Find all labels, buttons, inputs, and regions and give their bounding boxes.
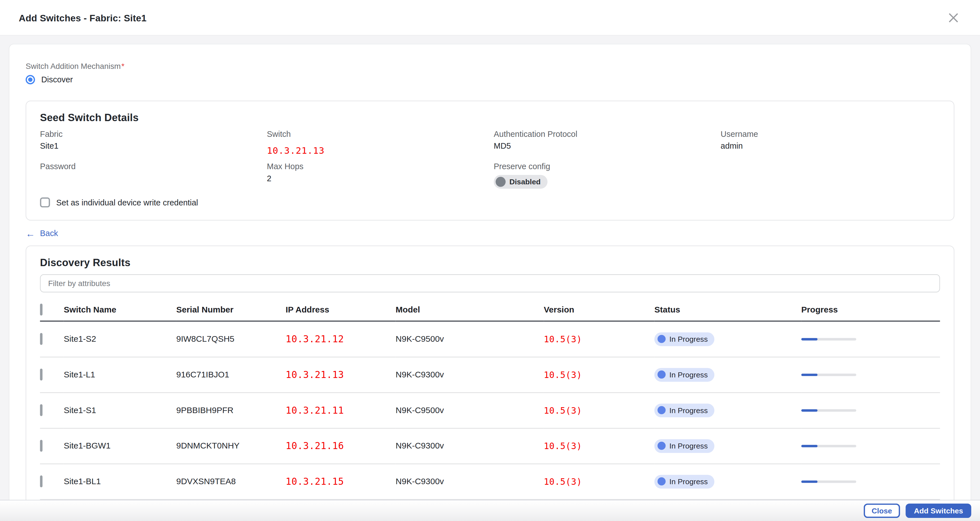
modal-header: Add Switches - Fabric: Site1 [0,0,980,36]
cell-serial: 916C71IBJO1 [176,357,286,392]
radio-dot [28,78,33,82]
write-credential-checkbox[interactable] [40,197,50,208]
progress-fill [801,373,818,376]
status-dot-icon [657,442,666,450]
fabric-value: Site1 [40,140,259,152]
fabric-field: Fabric Site1 [40,129,259,161]
close-button[interactable] [945,9,961,25]
username-label: Username [721,129,940,140]
col-switch-name: Switch Name [64,301,176,321]
max-hops-field: Max Hops 2 [267,161,486,194]
cell-ip: 10.3.21.13 [286,357,396,392]
status-badge: In Progress [654,439,714,453]
cell-switch-name: Site1-S2 [64,321,176,357]
cell-serial: 9DVXSN9TEA8 [176,464,286,499]
status-text: In Progress [669,335,708,343]
progress-fill [801,445,818,447]
add-switches-button[interactable]: Add Switches [906,504,971,518]
cell-switch-name: Site1-BGW1 [64,428,176,464]
add-switches-modal: Add Switches - Fabric: Site1 Switch Addi… [0,0,980,521]
cell-switch-name: Site1-BL1 [64,464,176,499]
cell-model: N9K-C9300v [396,357,544,392]
status-badge: In Progress [654,368,714,381]
col-model: Model [396,301,544,321]
cell-serial: 9IW8CL7QSH5 [176,321,286,357]
mechanism-label-text: Switch Addition Mechanism [25,62,121,70]
switch-field: Switch 10.3.21.13 [267,129,486,161]
mechanism-label: Switch Addition Mechanism* [25,62,955,70]
col-serial-number: Serial Number [176,301,286,321]
col-progress: Progress [801,301,940,321]
preserve-config-state: Disabled [509,177,541,186]
cell-model: N9K-C9500v [396,321,544,357]
write-credential-label: Set as individual device write credentia… [56,198,198,207]
row-checkbox[interactable] [40,440,43,451]
close-icon [947,11,959,23]
row-checkbox[interactable] [40,333,43,345]
max-hops-label: Max Hops [267,161,486,173]
password-label: Password [40,161,259,173]
status-dot-icon [657,406,666,414]
preserve-config-label: Preserve config [494,161,713,173]
progress-bar [801,445,856,447]
status-dot-icon [657,370,666,378]
progress-fill [801,480,818,483]
username-field: Username admin [721,129,940,161]
cell-ip: 10.3.21.12 [286,321,396,357]
cell-serial: 9DNMCKT0NHY [176,428,286,464]
row-checkbox[interactable] [40,475,43,487]
required-asterisk: * [121,62,124,70]
table-header-row: Switch Name Serial Number IP Address Mod… [40,301,940,321]
cell-version: 10.5(3) [544,321,654,357]
back-arrow-icon: ← [25,229,35,238]
cell-model: N9K-C9300v [396,428,544,464]
seed-card-title: Seed Switch Details [40,112,940,124]
cell-version: 10.5(3) [544,428,654,464]
modal-body: Switch Addition Mechanism* Discover Seed… [9,44,971,521]
radio-selected-icon[interactable] [25,75,35,84]
cell-version: 10.5(3) [544,464,654,499]
col-ip-address: IP Address [286,301,396,321]
progress-bar [801,373,856,376]
seed-fields-grid: Fabric Site1 Switch 10.3.21.13 Authentic… [40,129,940,194]
switch-label: Switch [267,129,486,140]
row-checkbox[interactable] [40,369,43,381]
modal-title: Add Switches - Fabric: Site1 [19,12,147,23]
toggle-knob-icon [496,177,506,187]
cell-model: N9K-C9500v [396,392,544,428]
empty-cell [721,161,940,194]
discovery-results-title: Discovery Results [40,257,940,268]
discovery-results-card: Discovery Results Switch Name Serial Num… [25,246,955,518]
progress-fill [801,338,818,340]
progress-bar [801,409,856,411]
select-all-checkbox[interactable] [40,303,43,315]
status-badge: In Progress [654,332,714,346]
progress-bar [801,338,856,340]
cell-switch-name: Site1-S1 [64,392,176,428]
auth-protocol-label: Authentication Protocol [494,129,713,140]
table-row: Site1-S1 9PBBIBH9PFR 10.3.21.11 N9K-C950… [40,392,940,428]
filter-input[interactable] [40,274,940,292]
screen: Add Switches - Fabric: Site1 Switch Addi… [0,0,980,521]
switch-addition-mechanism: Switch Addition Mechanism* Discover [25,62,955,84]
switch-value: 10.3.21.13 [267,145,486,156]
close-footer-button[interactable]: Close [864,504,900,518]
table-row: Site1-BL1 9DVXSN9TEA8 10.3.21.15 N9K-C93… [40,464,940,499]
table-row: Site1-BGW1 9DNMCKT0NHY 10.3.21.16 N9K-C9… [40,428,940,464]
back-link[interactable]: ← Back [25,229,58,238]
cell-ip: 10.3.21.11 [286,392,396,428]
max-hops-value: 2 [267,173,486,184]
cell-model: N9K-C9300v [396,464,544,499]
status-text: In Progress [669,442,708,450]
status-dot-icon [657,477,666,486]
write-credential-row[interactable]: Set as individual device write credentia… [40,197,940,208]
cell-ip: 10.3.21.16 [286,428,396,464]
preserve-config-field: Preserve config Disabled [494,161,713,194]
progress-bar [801,480,856,483]
status-text: In Progress [669,477,708,486]
discover-radio-row[interactable]: Discover [25,75,955,84]
preserve-config-toggle[interactable]: Disabled [494,175,547,189]
row-checkbox[interactable] [40,404,43,416]
cell-version: 10.5(3) [544,392,654,428]
status-dot-icon [657,335,666,343]
